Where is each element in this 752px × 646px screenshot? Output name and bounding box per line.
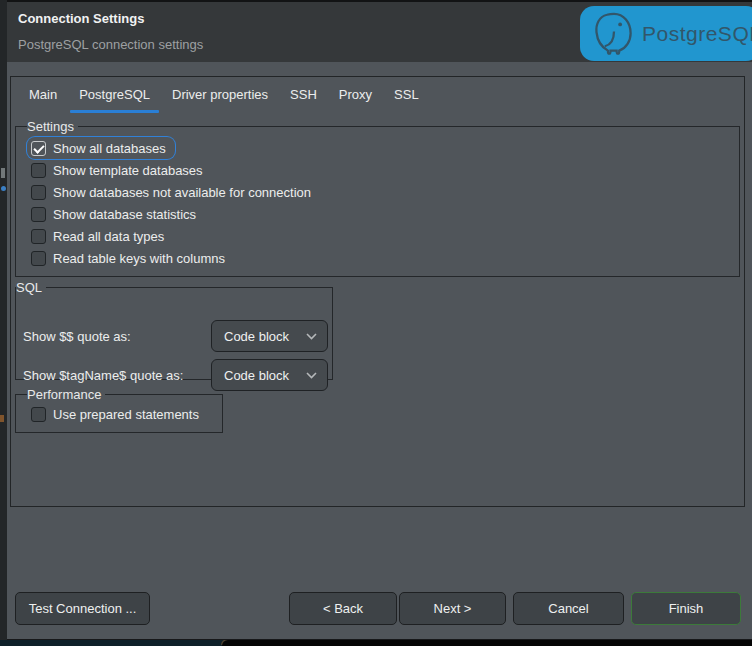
test-connection-button[interactable]: Test Connection ... xyxy=(15,592,150,625)
checkbox-label: Show template databases xyxy=(53,163,203,178)
dialog-header: Connection Settings PostgreSQL connectio… xyxy=(7,2,752,62)
checkbox-label: Show databases not available for connect… xyxy=(53,185,311,200)
page-subtitle: PostgreSQL connection settings xyxy=(18,37,203,52)
tab-postgresql[interactable]: PostgreSQL xyxy=(69,77,160,113)
performance-group-legend: Performance xyxy=(27,387,105,402)
backdrop-artifact xyxy=(1,168,5,178)
tagname-quote-dropdown[interactable]: Code block xyxy=(211,359,328,391)
check-icon xyxy=(31,163,46,178)
chevron-down-icon xyxy=(306,333,317,340)
performance-group: Performance Use prepared statements xyxy=(15,387,223,433)
check-icon xyxy=(31,207,46,222)
settings-tab-panel: Main PostgreSQL Driver properties SSH Pr… xyxy=(10,76,745,507)
check-icon xyxy=(31,251,46,266)
checkbox-show-database-statistics[interactable]: Show database statistics xyxy=(27,203,205,225)
checkbox-label: Read all data types xyxy=(53,229,164,244)
finish-button[interactable]: Finish xyxy=(631,592,741,625)
page-title: Connection Settings xyxy=(18,11,144,26)
tab-main[interactable]: Main xyxy=(19,77,67,113)
checkbox-use-prepared-statements[interactable]: Use prepared statements xyxy=(27,403,208,425)
connection-settings-dialog: Connection Settings PostgreSQL connectio… xyxy=(7,2,752,640)
checkbox-label: Use prepared statements xyxy=(53,407,199,422)
backdrop-artifact xyxy=(0,415,4,422)
tab-driver-properties[interactable]: Driver properties xyxy=(162,77,278,113)
cancel-button[interactable]: Cancel xyxy=(513,592,624,625)
dollar-quote-dropdown[interactable]: Code block xyxy=(211,320,328,352)
check-icon xyxy=(31,185,46,200)
checkbox-read-all-data-types[interactable]: Read all data types xyxy=(27,225,173,247)
next-button[interactable]: Next > xyxy=(399,592,506,625)
check-icon xyxy=(31,141,46,156)
check-icon xyxy=(31,407,46,422)
tab-bar: Main PostgreSQL Driver properties SSH Pr… xyxy=(11,77,744,113)
checkbox-show-databases-not-available[interactable]: Show databases not available for connect… xyxy=(27,181,320,203)
checkbox-label: Read table keys with columns xyxy=(53,251,225,266)
chevron-down-icon xyxy=(306,372,317,379)
background-window-edge xyxy=(0,0,7,646)
screen: Connection Settings PostgreSQL connectio… xyxy=(0,0,752,646)
checkbox-label: Show all databases xyxy=(53,141,166,156)
dropdown-value: Code block xyxy=(224,368,306,383)
backdrop-artifact xyxy=(1,186,6,191)
tab-ssh[interactable]: SSH xyxy=(280,77,327,113)
back-button[interactable]: < Back xyxy=(289,592,397,625)
settings-group: Settings Show all databases Show templat… xyxy=(15,119,740,277)
postgresql-logo-text: PostgreSQL xyxy=(642,22,752,46)
tagname-quote-label: Show $tagName$ quote as: xyxy=(23,368,183,383)
sql-group-legend: SQL xyxy=(16,280,46,295)
checkbox-read-table-keys[interactable]: Read table keys with columns xyxy=(27,247,234,269)
checkbox-show-template-databases[interactable]: Show template databases xyxy=(27,159,212,181)
dropdown-value: Code block xyxy=(224,329,306,344)
background-window-corner xyxy=(222,640,752,646)
checkbox-label: Show database statistics xyxy=(53,207,196,222)
tab-ssl[interactable]: SSL xyxy=(384,77,429,113)
check-icon xyxy=(31,229,46,244)
settings-group-legend: Settings xyxy=(27,119,78,134)
checkbox-show-all-databases[interactable]: Show all databases xyxy=(27,137,175,159)
tab-proxy[interactable]: Proxy xyxy=(329,77,382,113)
dollar-quote-label: Show $$ quote as: xyxy=(23,329,131,344)
postgresql-logo-badge: PostgreSQL xyxy=(580,6,752,61)
background-taskbar-strip xyxy=(0,640,238,646)
postgresql-elephant-icon xyxy=(593,11,635,57)
sql-group: SQL Show $$ quote as: Code block Show $t… xyxy=(15,280,333,380)
